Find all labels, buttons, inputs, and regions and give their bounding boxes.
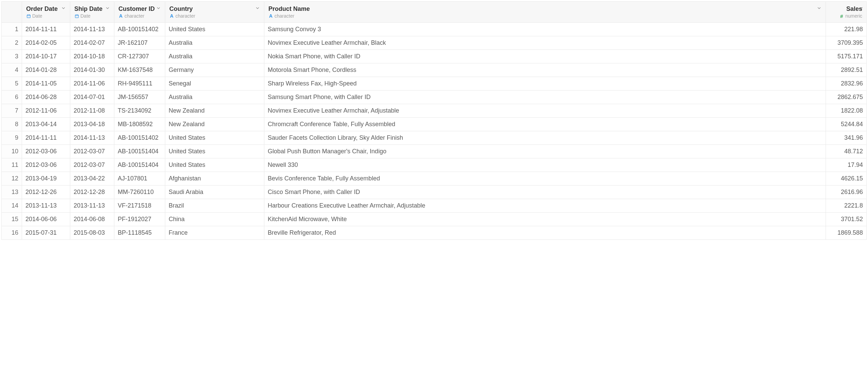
table-row[interactable]: 62014-06-282014-07-01JM-156557AustraliaS… [2, 91, 867, 104]
cell-order_date[interactable]: 2014-06-06 [22, 213, 70, 226]
cell-ship_date[interactable]: 2012-12-28 [70, 186, 114, 199]
cell-ship_date[interactable]: 2014-07-01 [70, 91, 114, 104]
cell-customer_id[interactable]: JR-162107 [114, 36, 165, 50]
cell-customer_id[interactable]: AB-100151404 [114, 145, 165, 158]
cell-order_date[interactable]: 2014-01-28 [22, 63, 70, 77]
cell-ship_date[interactable]: 2014-01-30 [70, 63, 114, 77]
chevron-down-icon[interactable] [105, 6, 111, 11]
cell-order_date[interactable]: 2013-04-14 [22, 118, 70, 131]
cell-sales[interactable]: 2616.96 [826, 186, 867, 199]
cell-country[interactable]: France [165, 226, 264, 240]
cell-sales[interactable]: 17.94 [826, 158, 867, 172]
cell-product_name[interactable]: KitchenAid Microwave, White [264, 213, 826, 226]
cell-product_name[interactable]: Chromcraft Conference Table, Fully Assem… [264, 118, 826, 131]
chevron-down-icon[interactable] [817, 6, 822, 11]
cell-sales[interactable]: 1869.588 [826, 226, 867, 240]
cell-product_name[interactable]: Sauder Facets Collection Library, Sky Al… [264, 131, 826, 145]
column-header-sales[interactable]: Sales#numeric [826, 2, 867, 23]
cell-country[interactable]: Afghanistan [165, 172, 264, 186]
cell-country[interactable]: Saudi Arabia [165, 186, 264, 199]
cell-product_name[interactable]: Samsung Smart Phone, with Caller ID [264, 91, 826, 104]
column-header-order_date[interactable]: Order DateDate [22, 2, 70, 23]
chevron-down-icon[interactable] [255, 6, 261, 11]
cell-product_name[interactable]: Samsung Convoy 3 [264, 23, 826, 36]
cell-customer_id[interactable]: TS-2134092 [114, 104, 165, 118]
chevron-down-icon[interactable] [859, 6, 864, 11]
cell-order_date[interactable]: 2013-04-19 [22, 172, 70, 186]
cell-country[interactable]: Brazil [165, 199, 264, 213]
cell-sales[interactable]: 341.96 [826, 131, 867, 145]
cell-customer_id[interactable]: VF-2171518 [114, 199, 165, 213]
cell-product_name[interactable]: Cisco Smart Phone, with Caller ID [264, 186, 826, 199]
cell-product_name[interactable]: Global Push Button Manager's Chair, Indi… [264, 145, 826, 158]
cell-order_date[interactable]: 2012-12-26 [22, 186, 70, 199]
table-row[interactable]: 32014-10-172014-10-18CR-127307AustraliaN… [2, 50, 867, 63]
table-row[interactable]: 112012-03-062012-03-07AB-100151404United… [2, 158, 867, 172]
cell-order_date[interactable]: 2012-03-06 [22, 145, 70, 158]
cell-customer_id[interactable]: KM-1637548 [114, 63, 165, 77]
cell-country[interactable]: Senegal [165, 77, 264, 91]
cell-sales[interactable]: 48.712 [826, 145, 867, 158]
cell-product_name[interactable]: Newell 330 [264, 158, 826, 172]
cell-product_name[interactable]: Nokia Smart Phone, with Caller ID [264, 50, 826, 63]
column-header-product_name[interactable]: Product NameAcharacter [264, 2, 826, 23]
column-header-country[interactable]: CountryAcharacter [165, 2, 264, 23]
cell-customer_id[interactable]: AB-100151404 [114, 158, 165, 172]
cell-customer_id[interactable]: PF-1912027 [114, 213, 165, 226]
cell-sales[interactable]: 3709.395 [826, 36, 867, 50]
chevron-down-icon[interactable] [61, 6, 67, 11]
cell-product_name[interactable]: Breville Refrigerator, Red [264, 226, 826, 240]
cell-product_name[interactable]: Sharp Wireless Fax, High-Speed [264, 77, 826, 91]
cell-country[interactable]: United States [165, 23, 264, 36]
cell-product_name[interactable]: Bevis Conference Table, Fully Assembled [264, 172, 826, 186]
cell-country[interactable]: United States [165, 131, 264, 145]
cell-ship_date[interactable]: 2014-11-13 [70, 131, 114, 145]
table-row[interactable]: 142013-11-132013-11-13VF-2171518BrazilHa… [2, 199, 867, 213]
cell-customer_id[interactable]: RH-9495111 [114, 77, 165, 91]
cell-ship_date[interactable]: 2012-11-08 [70, 104, 114, 118]
cell-customer_id[interactable]: AJ-107801 [114, 172, 165, 186]
cell-product_name[interactable]: Motorola Smart Phone, Cordless [264, 63, 826, 77]
cell-country[interactable]: Australia [165, 36, 264, 50]
cell-customer_id[interactable]: AB-100151402 [114, 23, 165, 36]
table-row[interactable]: 42014-01-282014-01-30KM-1637548GermanyMo… [2, 63, 867, 77]
cell-customer_id[interactable]: CR-127307 [114, 50, 165, 63]
cell-order_date[interactable]: 2014-11-11 [22, 131, 70, 145]
cell-ship_date[interactable]: 2013-04-22 [70, 172, 114, 186]
cell-sales[interactable]: 5244.84 [826, 118, 867, 131]
cell-sales[interactable]: 3701.52 [826, 213, 867, 226]
table-viewport[interactable]: Order DateDateShip DateDateCustomer IDAc… [0, 0, 868, 369]
cell-sales[interactable]: 2892.51 [826, 63, 867, 77]
cell-sales[interactable]: 1822.08 [826, 104, 867, 118]
cell-ship_date[interactable]: 2012-03-07 [70, 158, 114, 172]
cell-order_date[interactable]: 2014-10-17 [22, 50, 70, 63]
cell-sales[interactable]: 221.98 [826, 23, 867, 36]
cell-customer_id[interactable]: BP-1118545 [114, 226, 165, 240]
cell-order_date[interactable]: 2014-11-05 [22, 77, 70, 91]
cell-order_date[interactable]: 2015-07-31 [22, 226, 70, 240]
cell-order_date[interactable]: 2012-11-06 [22, 104, 70, 118]
cell-order_date[interactable]: 2014-11-11 [22, 23, 70, 36]
cell-ship_date[interactable]: 2015-08-03 [70, 226, 114, 240]
cell-sales[interactable]: 2832.96 [826, 77, 867, 91]
chevron-down-icon[interactable] [156, 6, 162, 11]
column-header-ship_date[interactable]: Ship DateDate [70, 2, 114, 23]
cell-customer_id[interactable]: MM-7260110 [114, 186, 165, 199]
cell-ship_date[interactable]: 2014-06-08 [70, 213, 114, 226]
cell-order_date[interactable]: 2014-02-05 [22, 36, 70, 50]
cell-customer_id[interactable]: AB-100151402 [114, 131, 165, 145]
cell-ship_date[interactable]: 2014-10-18 [70, 50, 114, 63]
cell-country[interactable]: Australia [165, 50, 264, 63]
cell-order_date[interactable]: 2013-11-13 [22, 199, 70, 213]
cell-order_date[interactable]: 2014-06-28 [22, 91, 70, 104]
table-row[interactable]: 152014-06-062014-06-08PF-1912027ChinaKit… [2, 213, 867, 226]
table-row[interactable]: 162015-07-312015-08-03BP-1118545FranceBr… [2, 226, 867, 240]
cell-country[interactable]: China [165, 213, 264, 226]
table-row[interactable]: 122013-04-192013-04-22AJ-107801Afghanist… [2, 172, 867, 186]
cell-country[interactable]: Germany [165, 63, 264, 77]
cell-country[interactable]: United States [165, 145, 264, 158]
table-row[interactable]: 132012-12-262012-12-28MM-7260110Saudi Ar… [2, 186, 867, 199]
cell-product_name[interactable]: Novimex Executive Leather Armchair, Blac… [264, 36, 826, 50]
cell-country[interactable]: New Zealand [165, 104, 264, 118]
cell-customer_id[interactable]: MB-1808592 [114, 118, 165, 131]
